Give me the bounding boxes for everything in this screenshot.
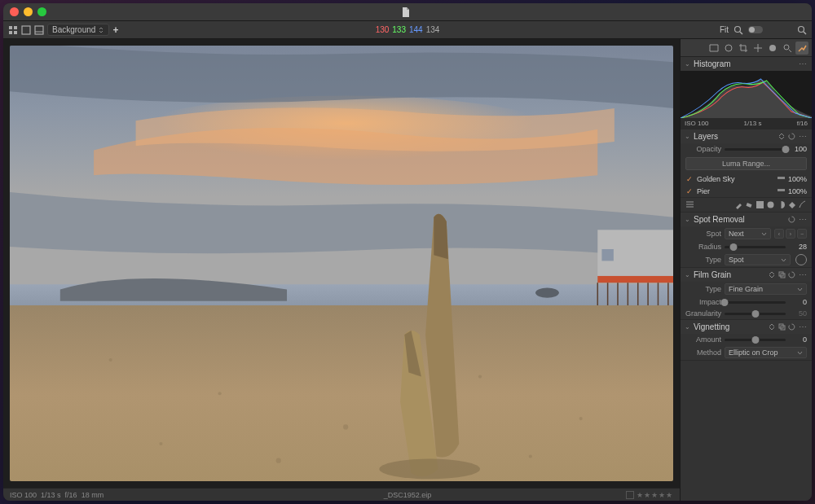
svg-rect-2 [9, 31, 12, 34]
checkmark-icon[interactable]: ✓ [685, 187, 694, 195]
svg-rect-0 [9, 26, 12, 29]
viewer: ISO 100 1/13 s f/16 18 mm _DSC1952.eip ★… [3, 39, 680, 501]
color-tab[interactable] [766, 42, 779, 55]
layer-selector-dropdown[interactable]: Background [47, 24, 109, 36]
eraser-icon[interactable] [745, 200, 754, 209]
close-window-button[interactable] [10, 7, 19, 16]
opacity-slider[interactable] [725, 148, 786, 151]
fill-icon[interactable] [787, 200, 796, 209]
layer-toolbar [681, 197, 812, 212]
list-icon[interactable] [685, 200, 694, 209]
svg-point-36 [725, 45, 732, 51]
exposure-tab[interactable] [751, 42, 764, 55]
more-icon[interactable]: ⋯ [799, 132, 808, 141]
reset-icon[interactable] [788, 133, 795, 140]
svg-line-8 [740, 32, 742, 34]
more-icon[interactable]: ⋯ [799, 215, 808, 224]
histogram-labels: ISO 100 1/13 s f/16 [681, 118, 812, 129]
single-view-icon[interactable] [21, 25, 31, 35]
search-icon[interactable] [734, 25, 743, 35]
svg-rect-3 [14, 31, 17, 34]
film-grain-section: ⌄ Film Grain ⋯ Type Fine Grain Impact [681, 268, 812, 320]
svg-rect-41 [778, 177, 785, 179]
chevron-down-icon: ⌄ [685, 323, 690, 331]
invert-icon[interactable] [777, 200, 786, 209]
split-view-icon[interactable] [34, 25, 44, 35]
svg-rect-4 [22, 26, 30, 34]
more-icon[interactable]: ⋯ [799, 59, 808, 68]
reset-icon[interactable] [788, 216, 795, 223]
maximize-window-button[interactable] [37, 7, 46, 16]
vignetting-header[interactable]: ⌄ Vignetting ⋯ [681, 320, 812, 334]
layer-item[interactable]: ✓ Pier 100% [681, 185, 812, 197]
opacity-value: 100 [789, 145, 807, 153]
zoom-toggle[interactable] [748, 26, 763, 33]
method-dropdown[interactable]: Elliptic on Crop [725, 347, 807, 358]
top-toolbar: Background + 130 133 144 134 Fit [3, 21, 812, 39]
layer-item[interactable]: ✓ Golden Sky 100% [681, 173, 812, 185]
status-shutter: 1/13 s [41, 491, 61, 499]
image-canvas[interactable] [3, 39, 680, 488]
prev-spot-button[interactable]: ‹ [774, 229, 784, 239]
film-grain-header[interactable]: ⌄ Film Grain ⋯ [681, 268, 812, 282]
histogram-header[interactable]: ⌄ Histogram ⋯ [681, 57, 812, 71]
amount-value: 0 [789, 335, 807, 344]
brush-icon[interactable] [734, 200, 743, 209]
chevron-down-icon: ⌄ [685, 216, 690, 223]
more-icon[interactable]: ⋯ [799, 270, 808, 279]
details-tab[interactable] [781, 42, 794, 55]
svg-rect-16 [597, 276, 673, 283]
checkmark-icon[interactable]: ✓ [685, 175, 694, 183]
svg-rect-17 [601, 249, 613, 261]
rating-stars[interactable]: ★★★★★ [637, 491, 673, 499]
svg-rect-43 [746, 203, 751, 208]
reset-icon[interactable] [788, 323, 795, 331]
histogram-graph[interactable] [681, 71, 812, 118]
histogram-title: Histogram [694, 59, 795, 68]
method-label: Method [685, 348, 721, 357]
amount-slider[interactable] [725, 339, 786, 341]
svg-point-9 [799, 26, 804, 32]
spot-removal-header[interactable]: ⌄ Spot Removal ⋯ [681, 213, 812, 226]
granularity-slider[interactable] [725, 313, 786, 315]
spot-type-dropdown[interactable]: Spot [725, 254, 791, 265]
luma-range-button[interactable]: Luma Range... [685, 157, 807, 170]
minimize-window-button[interactable] [24, 7, 33, 16]
crop-tab[interactable] [737, 42, 750, 55]
radial-gradient-icon[interactable] [766, 200, 775, 209]
grain-type-dropdown[interactable]: Fine Grain [725, 283, 807, 295]
layers-section: ⌄ Layers ⋯ Opacity 100 Luma Range... ✓ [681, 129, 812, 213]
more-icon[interactable]: ⋯ [799, 322, 808, 331]
zoom-label[interactable]: Fit [720, 25, 729, 34]
impact-slider[interactable] [725, 301, 786, 304]
copy-icon[interactable] [778, 323, 786, 331]
radius-slider[interactable] [725, 246, 786, 248]
spot-tool-button[interactable] [795, 254, 807, 265]
feather-icon[interactable] [798, 200, 807, 209]
add-layer-button[interactable]: + [112, 24, 118, 36]
color-tag-selector[interactable] [626, 491, 634, 499]
next-spot-button[interactable]: › [786, 229, 795, 239]
chevron-down-icon: ⌄ [685, 133, 690, 140]
histogram-section: ⌄ Histogram ⋯ ISO 100 1/13 s [681, 57, 812, 129]
library-tab[interactable] [707, 42, 720, 55]
svg-point-38 [784, 45, 789, 50]
expand-icon[interactable] [769, 271, 776, 278]
linear-gradient-icon[interactable] [756, 200, 764, 209]
expand-icon[interactable] [778, 133, 786, 140]
layers-header[interactable]: ⌄ Layers ⋯ [681, 129, 812, 143]
copy-icon[interactable] [778, 271, 786, 278]
search-icon-2[interactable] [797, 25, 807, 35]
svg-rect-5 [35, 26, 43, 34]
reset-icon[interactable] [788, 271, 795, 278]
svg-point-34 [529, 454, 532, 458]
expand-icon[interactable] [769, 323, 776, 331]
grid-view-icon[interactable] [8, 25, 18, 35]
opacity-label: Opacity [685, 145, 721, 153]
delete-spot-button[interactable]: − [797, 229, 807, 239]
adjustments-tab[interactable] [795, 42, 808, 55]
spot-next-dropdown[interactable]: Next [725, 228, 771, 239]
svg-point-31 [579, 417, 583, 420]
lens-tab[interactable] [722, 42, 735, 55]
granularity-label: Granularity [685, 309, 721, 318]
